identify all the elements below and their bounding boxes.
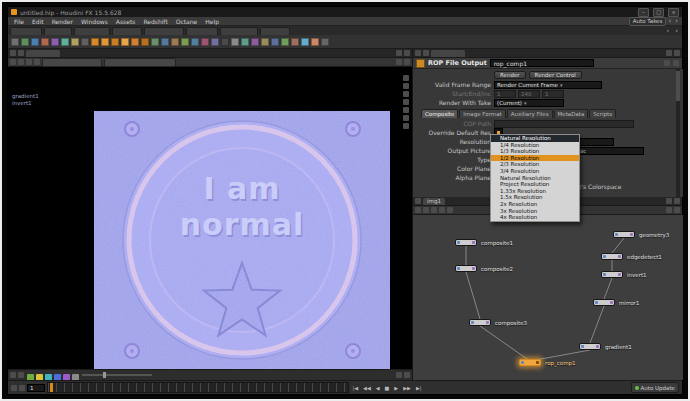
menu-item[interactable]: 2x Resolution	[491, 201, 579, 208]
view-inspect-icon[interactable]	[34, 59, 40, 65]
shelf-tab[interactable]	[220, 27, 258, 35]
view-tool-icon[interactable]	[403, 115, 409, 121]
shelf-tab[interactable]	[186, 27, 218, 35]
fit-view-icon[interactable]	[404, 372, 410, 378]
cop-path-field[interactable]	[494, 120, 634, 128]
network-layout-icon[interactable]	[439, 207, 445, 213]
display-plane-dropdown[interactable]	[104, 58, 176, 67]
viewer-pane-tab[interactable]	[26, 50, 60, 57]
menu-file[interactable]: File	[10, 17, 28, 26]
network-back-icon[interactable]	[415, 207, 421, 213]
lock-icon[interactable]	[664, 60, 670, 66]
shelf-tool-icon[interactable]	[241, 38, 249, 46]
node-display-flag[interactable]	[472, 241, 475, 244]
view-options-icon[interactable]	[396, 59, 402, 65]
node-input-flag[interactable]	[603, 273, 606, 276]
stop-button[interactable]: ■	[383, 385, 391, 391]
shelf-tool-icon[interactable]	[231, 38, 239, 46]
shelf-tool-icon[interactable]	[111, 38, 119, 46]
keyframe-icon[interactable]	[19, 385, 25, 391]
menu-octane[interactable]: Octane	[172, 17, 202, 26]
menu-item[interactable]: Project Resolution	[491, 181, 579, 188]
shelf-tool-icon[interactable]	[191, 38, 199, 46]
valid-frame-range-dropdown[interactable]: Render Current Frame▾	[494, 81, 602, 89]
node-input-flag[interactable]	[595, 301, 598, 304]
menu-windows[interactable]: Windows	[77, 17, 112, 26]
menu-item[interactable]: 4x Resolution	[491, 214, 579, 221]
takes-prev-icon[interactable]: ‹	[666, 17, 673, 25]
node-edgedetect1[interactable]: edgedetect1	[601, 253, 623, 260]
node-rop-comp1[interactable]: rop_comp1	[519, 359, 541, 366]
view-tool-icon[interactable]	[403, 83, 409, 89]
node-input-flag[interactable]	[615, 233, 618, 236]
shelf-scroll-right-icon[interactable]: ›	[673, 27, 680, 35]
auto-takes-button[interactable]: Auto Takes	[629, 17, 667, 26]
node-composite1[interactable]: composite1	[455, 239, 477, 246]
shelf-tool-icon[interactable]	[311, 38, 319, 46]
shelf-tool-icon[interactable]	[21, 38, 29, 46]
render-control-button[interactable]: Render Control	[529, 71, 582, 79]
node-input-flag[interactable]	[457, 267, 460, 270]
node-input-flag[interactable]	[457, 241, 460, 244]
auto-update-button[interactable]: Auto Update	[631, 382, 679, 393]
node-input-flag[interactable]	[521, 361, 524, 364]
pane-split-icon[interactable]	[423, 50, 429, 56]
node-mirror1[interactable]: mirror1	[593, 299, 615, 306]
tab-metadata[interactable]: MetaData	[554, 109, 589, 118]
pane-close-icon[interactable]	[674, 198, 680, 204]
shelf-tool-icon[interactable]	[31, 38, 39, 46]
menu-help[interactable]: Help	[201, 17, 223, 26]
node-input-flag[interactable]	[471, 321, 474, 324]
network-forward-icon[interactable]	[423, 207, 429, 213]
node-geometry3[interactable]: geometry3	[613, 231, 635, 238]
scrollbar-thumb[interactable]	[676, 71, 680, 101]
timeline[interactable]	[47, 382, 349, 393]
shelf-tool-icon[interactable]	[101, 38, 109, 46]
start-field[interactable]: 1	[494, 90, 516, 98]
shelf-tool-icon[interactable]	[301, 38, 309, 46]
shelf-tool-icon[interactable]	[121, 38, 129, 46]
network-home-icon[interactable]	[431, 207, 437, 213]
tab-scripts[interactable]: Scripts	[589, 109, 616, 118]
shelf-tool-icon[interactable]	[161, 38, 169, 46]
render-with-take-dropdown[interactable]: (Current)▾	[494, 99, 564, 107]
shelf-tab[interactable]	[112, 27, 142, 35]
shelf-tool-icon[interactable]	[171, 38, 179, 46]
shelf-tab[interactable]	[260, 27, 290, 35]
shelf-tool-icon[interactable]	[291, 38, 299, 46]
node-display-flag[interactable]	[618, 273, 621, 276]
node-composite2[interactable]: composite2	[455, 265, 477, 272]
node-display-flag[interactable]	[618, 255, 621, 258]
pane-menu-icon[interactable]	[415, 50, 421, 56]
pane-pin-icon[interactable]	[666, 198, 672, 204]
slider-knob[interactable]	[103, 372, 106, 378]
maximize-button[interactable]: □	[653, 8, 664, 17]
shelf-scroll-left-icon[interactable]: ‹	[664, 27, 671, 35]
network-snap-icon[interactable]	[447, 207, 453, 213]
shelf-tool-icon[interactable]	[81, 38, 89, 46]
takes-next-icon[interactable]: ›	[673, 17, 680, 25]
shelf-tool-icon[interactable]	[251, 38, 259, 46]
view-zoom-icon[interactable]	[26, 59, 32, 65]
go-start-button[interactable]: |◀	[351, 385, 360, 391]
pane-menu-icon[interactable]	[10, 50, 16, 56]
pane-close-icon[interactable]	[674, 50, 680, 56]
shelf-tool-icon[interactable]	[221, 38, 229, 46]
node-display-flag[interactable]	[472, 267, 475, 270]
shelf-tool-icon[interactable]	[61, 38, 69, 46]
node-gradient1[interactable]: gradient1	[579, 343, 601, 350]
shelf-tool-icon[interactable]	[91, 38, 99, 46]
pane-menu-icon[interactable]	[415, 198, 421, 204]
menu-item[interactable]: 1.5x Resolution	[491, 194, 579, 201]
shelf-tab[interactable]	[44, 27, 72, 35]
inc-field[interactable]: 1	[542, 90, 564, 98]
view-tool-icon[interactable]	[403, 91, 409, 97]
shelf-tool-icon[interactable]	[41, 38, 49, 46]
shelf-tool-icon[interactable]	[11, 38, 19, 46]
shelf-tool-icon[interactable]	[201, 38, 209, 46]
compare-icon[interactable]	[18, 372, 24, 378]
shelf-tool-icon[interactable]	[141, 38, 149, 46]
view-snapshot-icon[interactable]	[404, 59, 410, 65]
node-display-flag[interactable]	[630, 233, 633, 236]
menu-item[interactable]: 1.33x Resolution	[491, 188, 579, 195]
